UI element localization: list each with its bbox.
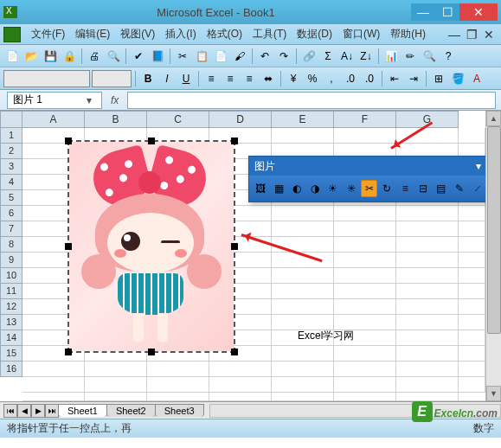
italic-button[interactable]: I (158, 70, 176, 87)
row-header[interactable]: 12 (0, 299, 22, 315)
menu-edit[interactable]: 编辑(E) (70, 25, 115, 43)
font-color-button[interactable]: A (468, 70, 485, 87)
row-header[interactable]: 4 (0, 175, 22, 190)
menu-data[interactable]: 数据(D) (292, 25, 337, 43)
insert-picture-button[interactable]: 🖼 (253, 180, 269, 197)
close-button[interactable]: ✕ (459, 3, 498, 21)
menu-help[interactable]: 帮助(H) (385, 25, 431, 43)
row-header[interactable]: 10 (0, 268, 22, 284)
resize-handle-bm[interactable] (148, 349, 155, 355)
formula-bar[interactable] (127, 92, 496, 109)
sheet-tab-3[interactable]: Sheet3 (155, 404, 204, 417)
undo-button[interactable]: ↶ (256, 48, 273, 65)
set-transparent-button[interactable]: ⟋ (469, 180, 485, 197)
col-header-b[interactable]: B (85, 111, 147, 128)
research-button[interactable]: 📘 (149, 48, 166, 65)
row-header[interactable]: 14 (0, 330, 22, 346)
select-all-corner[interactable] (0, 111, 22, 128)
app-menu-icon[interactable] (3, 27, 21, 42)
fill-color-button[interactable]: 🪣 (449, 70, 466, 87)
text-wrap-button[interactable]: ▤ (434, 180, 450, 197)
rotate-button[interactable]: ↻ (379, 180, 395, 197)
print-preview-button[interactable]: 🔍 (105, 48, 122, 65)
scroll-up-button[interactable]: ▲ (486, 111, 501, 126)
sheet-tab-2[interactable]: Sheet2 (106, 404, 156, 417)
menu-view[interactable]: 视图(V) (115, 25, 160, 43)
row-header[interactable]: 6 (0, 206, 22, 221)
col-header-e[interactable]: E (272, 111, 334, 128)
less-brightness-button[interactable]: ✳ (343, 180, 359, 197)
col-header-d[interactable]: D (209, 111, 272, 128)
borders-button[interactable]: ⊞ (430, 70, 447, 87)
row-header[interactable]: 5 (0, 190, 22, 206)
more-brightness-button[interactable]: ☀ (324, 180, 341, 197)
format-picture-button[interactable]: ✎ (451, 180, 467, 197)
row-header[interactable]: 11 (0, 284, 22, 299)
bold-button[interactable]: B (139, 70, 157, 87)
doc-close-button[interactable]: ✕ (480, 26, 498, 43)
redo-button[interactable]: ↷ (275, 48, 292, 65)
maximize-button[interactable]: ☐ (435, 3, 459, 21)
font-size-dropdown[interactable] (92, 70, 132, 87)
decrease-decimal-button[interactable]: .0 (361, 70, 378, 87)
picture-toolbar-titlebar[interactable]: 图片 ▾ ✕ (249, 157, 501, 176)
row-header[interactable]: 15 (0, 346, 22, 362)
resize-handle-mr[interactable] (231, 243, 238, 250)
row-header[interactable]: 2 (0, 144, 22, 159)
save-button[interactable]: 💾 (42, 48, 59, 65)
tab-nav-first[interactable]: ⏮ (3, 404, 17, 418)
autosum-button[interactable]: Σ (319, 48, 337, 65)
col-header-f[interactable]: F (334, 111, 396, 128)
sort-asc-button[interactable]: A↓ (338, 48, 356, 65)
resize-handle-br[interactable] (231, 349, 238, 355)
scroll-down-button[interactable]: ▼ (486, 386, 501, 401)
row-header[interactable]: 7 (0, 221, 22, 237)
paste-button[interactable]: 📄 (212, 48, 229, 65)
color-button[interactable]: ▦ (271, 180, 287, 197)
less-contrast-button[interactable]: ◑ (307, 180, 324, 197)
chart-button[interactable]: 📊 (382, 48, 400, 65)
copy-button[interactable]: 📋 (193, 48, 210, 65)
menu-tools[interactable]: 工具(T) (247, 25, 292, 43)
align-left-button[interactable]: ≡ (202, 70, 220, 87)
picture-object[interactable] (67, 140, 235, 353)
tab-nav-next[interactable]: ▶ (31, 404, 45, 418)
comma-button[interactable]: , (323, 70, 340, 87)
cell-grid[interactable]: document.write(Array.from({length:8},(_,… (22, 128, 485, 401)
menu-format[interactable]: 格式(O) (202, 25, 247, 43)
open-button[interactable]: 📂 (22, 48, 40, 65)
print-button[interactable]: 🖨 (86, 48, 103, 65)
menu-file[interactable]: 文件(F) (26, 25, 70, 43)
vertical-scrollbar[interactable]: ▲ ▼ (485, 111, 501, 401)
line-style-button[interactable]: ≡ (397, 180, 414, 197)
align-right-button[interactable]: ≡ (241, 70, 258, 87)
crop-button[interactable]: ✂ (361, 180, 377, 197)
col-header-c[interactable]: C (147, 111, 209, 128)
row-header[interactable]: 16 (0, 362, 22, 377)
hyperlink-button[interactable]: 🔗 (300, 48, 318, 65)
resize-handle-tr[interactable] (231, 138, 238, 144)
increase-indent-button[interactable]: ⇥ (405, 70, 422, 87)
scroll-thumb[interactable] (487, 126, 501, 334)
sheet-tab-1[interactable]: Sheet1 (58, 404, 107, 417)
format-painter-button[interactable]: 🖌 (231, 48, 248, 65)
doc-restore-button[interactable]: ❐ (463, 26, 480, 43)
drawing-button[interactable]: ✏ (401, 48, 419, 65)
zoom-button[interactable]: 🔍 (421, 48, 438, 65)
row-header[interactable]: 3 (0, 159, 22, 175)
tab-nav-prev[interactable]: ◀ (17, 404, 31, 418)
percent-button[interactable]: % (304, 70, 321, 87)
new-button[interactable]: 📄 (3, 48, 21, 65)
currency-button[interactable]: ¥ (285, 70, 302, 87)
spelling-button[interactable]: ✔ (130, 48, 147, 65)
col-header-a[interactable]: A (22, 111, 85, 128)
help-button[interactable]: ? (440, 48, 457, 65)
resize-handle-tl[interactable] (65, 138, 72, 144)
menu-insert[interactable]: 插入(I) (160, 25, 201, 43)
permission-button[interactable]: 🔒 (61, 48, 78, 65)
align-center-button[interactable]: ≡ (222, 70, 239, 87)
more-contrast-button[interactable]: ◐ (289, 180, 305, 197)
name-box[interactable]: 图片 1 ▾ (7, 92, 102, 109)
font-name-dropdown[interactable] (3, 70, 90, 87)
underline-button[interactable]: U (177, 70, 195, 87)
